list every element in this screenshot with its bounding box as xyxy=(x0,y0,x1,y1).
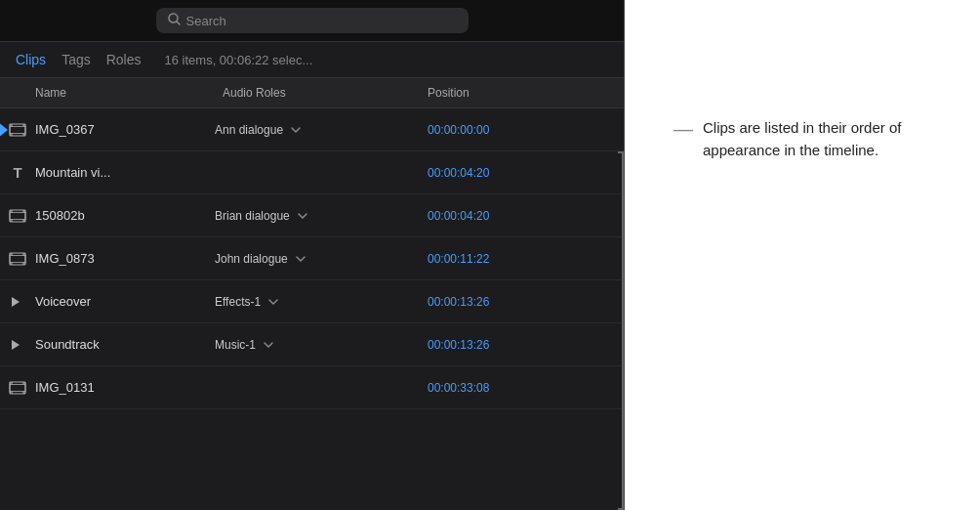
audio-role-label: Ann dialogue xyxy=(215,123,283,137)
table-body: IMG_0367Ann dialogue00:00:00:00TMountain… xyxy=(0,108,624,510)
row-audio-role[interactable]: Ann dialogue xyxy=(215,123,420,137)
svg-marker-20 xyxy=(12,297,20,307)
row-position: 00:00:13:26 xyxy=(420,338,566,352)
table-header: Name Audio Roles Position xyxy=(0,78,624,108)
svg-line-1 xyxy=(177,21,180,24)
tab-roles[interactable]: Roles xyxy=(106,50,142,69)
tab-tags[interactable]: Tags xyxy=(61,50,91,69)
svg-rect-25 xyxy=(22,382,25,385)
row-clip-name: IMG_0131 xyxy=(35,380,215,395)
text-icon: T xyxy=(0,164,35,181)
row-audio-role[interactable]: Music-1 xyxy=(215,338,420,352)
table-row[interactable]: 150802bBrian dialogue00:00:04:20 xyxy=(0,194,624,237)
svg-rect-24 xyxy=(10,382,13,385)
table-row[interactable]: SoundtrackMusic-100:00:13:26 xyxy=(0,323,624,366)
row-clip-name: IMG_0367 xyxy=(35,122,215,137)
svg-rect-17 xyxy=(22,253,25,256)
row-clip-name: Mountain vi... xyxy=(35,165,215,180)
row-position: 00:00:13:26 xyxy=(420,295,566,309)
tab-clips[interactable]: Clips xyxy=(16,50,46,69)
timeline-indicator xyxy=(0,122,8,138)
row-audio-role[interactable]: Effects-1 xyxy=(215,295,420,309)
dropdown-arrow-icon[interactable] xyxy=(296,253,306,264)
annotation-text: Clips are listed in their order of appea… xyxy=(703,117,951,161)
table-row[interactable]: TMountain vi...00:00:04:20 xyxy=(0,151,624,194)
row-audio-role[interactable]: John dialogue xyxy=(215,252,420,266)
svg-rect-7 xyxy=(22,133,25,136)
svg-rect-4 xyxy=(10,124,13,127)
search-wrapper[interactable]: Search xyxy=(156,8,469,33)
svg-rect-23 xyxy=(10,384,25,391)
dropdown-arrow-icon[interactable] xyxy=(291,124,301,135)
audio-role-label: Effects-1 xyxy=(215,295,261,309)
panel: Search Clips Tags Roles 16 items, 00:06:… xyxy=(0,0,625,510)
row-position: 00:00:11:22 xyxy=(420,252,566,266)
row-clip-name: IMG_0873 xyxy=(35,251,215,266)
svg-marker-21 xyxy=(12,340,20,350)
svg-rect-19 xyxy=(22,262,25,265)
audio-role-label: Music-1 xyxy=(215,338,256,352)
tab-info: 16 items, 00:06:22 selec... xyxy=(165,53,313,67)
svg-rect-12 xyxy=(10,219,13,222)
tabs-bar: Clips Tags Roles 16 items, 00:06:22 sele… xyxy=(0,42,624,78)
table-row[interactable]: IMG_0367Ann dialogue00:00:00:00 xyxy=(0,108,624,151)
row-position: 00:00:00:00 xyxy=(420,123,566,137)
svg-rect-15 xyxy=(10,255,25,262)
audio-icon xyxy=(0,338,35,352)
row-clip-name: Voiceover xyxy=(35,294,215,309)
film-icon xyxy=(0,209,35,223)
film-icon xyxy=(0,381,35,395)
row-position: 00:00:04:20 xyxy=(420,209,566,223)
search-bar: Search xyxy=(0,0,624,42)
header-name: Name xyxy=(0,84,215,102)
table-row[interactable]: IMG_013100:00:33:08 xyxy=(0,366,624,409)
row-clip-name: 150802b xyxy=(35,208,215,223)
svg-rect-13 xyxy=(22,219,25,222)
table-row[interactable]: IMG_0873John dialogue00:00:11:22 xyxy=(0,237,624,280)
table-row[interactable]: VoiceoverEffects-100:00:13:26 xyxy=(0,280,624,323)
audio-icon xyxy=(0,295,35,309)
header-position: Position xyxy=(420,84,566,102)
header-audio-roles: Audio Roles xyxy=(215,84,420,102)
svg-rect-9 xyxy=(10,212,25,219)
svg-rect-16 xyxy=(10,253,13,256)
dropdown-arrow-icon[interactable] xyxy=(298,210,307,221)
row-audio-role[interactable]: Brian dialogue xyxy=(215,209,420,223)
search-icon xyxy=(168,13,181,28)
search-placeholder: Search xyxy=(186,14,226,28)
row-position: 00:00:33:08 xyxy=(420,381,566,395)
annotation-panel: — Clips are listed in their order of app… xyxy=(625,0,980,510)
svg-rect-11 xyxy=(22,210,25,213)
svg-rect-27 xyxy=(22,391,25,394)
dropdown-arrow-icon[interactable] xyxy=(268,296,278,307)
svg-rect-5 xyxy=(22,124,25,127)
dropdown-arrow-icon[interactable] xyxy=(264,339,273,350)
row-position: 00:00:04:20 xyxy=(420,166,566,180)
svg-rect-18 xyxy=(10,262,13,265)
main-container: Search Clips Tags Roles 16 items, 00:06:… xyxy=(0,0,980,510)
svg-rect-26 xyxy=(10,391,13,394)
row-clip-name: Soundtrack xyxy=(35,337,215,352)
film-icon xyxy=(0,252,35,266)
svg-rect-10 xyxy=(10,210,13,213)
svg-rect-6 xyxy=(10,133,13,136)
audio-role-label: Brian dialogue xyxy=(215,209,290,223)
svg-rect-3 xyxy=(10,126,25,133)
audio-role-label: John dialogue xyxy=(215,252,288,266)
